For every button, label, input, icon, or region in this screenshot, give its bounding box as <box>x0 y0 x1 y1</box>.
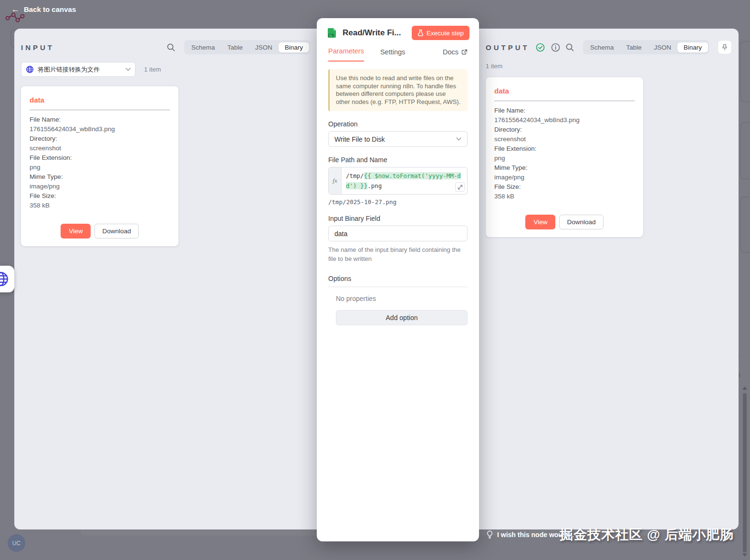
tab-settings[interactable]: Settings <box>380 48 405 62</box>
file-path-expression-field[interactable]: fx /tmp/{{ $now.toFormat('yyyy-MM-dd') }… <box>328 167 468 195</box>
output-panel: OUTPUT Schema Table JSON Binary <box>479 29 739 529</box>
tab-binary[interactable]: Binary <box>279 42 309 52</box>
tab-table[interactable]: Table <box>221 42 249 52</box>
output-panel-title: OUTPUT <box>486 43 530 52</box>
file-path-label: File Path and Name <box>328 156 468 164</box>
tab-table[interactable]: Table <box>620 42 647 52</box>
success-check-icon <box>536 43 545 52</box>
add-option-button[interactable]: Add option <box>336 310 468 325</box>
directory-value: screenshot <box>494 135 635 144</box>
input-node-chip[interactable] <box>0 266 14 292</box>
mime-type-label: Mime Type: <box>494 163 635 173</box>
chevron-down-icon <box>125 68 131 71</box>
file-size-label: File Size: <box>30 191 170 201</box>
pin-data-button[interactable] <box>718 40 732 54</box>
expression-result-preview: /tmp/2025-10-27.png <box>328 198 468 206</box>
ghost-canvas-node <box>740 197 750 253</box>
input-panel: INPUT Schema Table JSON Binary 将图片链接转换为文… <box>14 29 317 529</box>
divider <box>494 101 635 101</box>
ghost-canvas-node <box>740 41 750 102</box>
file-size-label: File Size: <box>494 182 635 192</box>
file-extension-value: png <box>30 163 170 172</box>
mime-type-value: image/png <box>30 182 170 191</box>
tab-schema[interactable]: Schema <box>185 42 221 52</box>
fx-icon: fx <box>329 167 342 194</box>
lightbulb-icon <box>487 530 493 539</box>
output-items-count: 1 item <box>486 62 732 70</box>
operation-select[interactable]: Write File to Disk <box>328 131 468 147</box>
node-notice: Use this node to read and write files on… <box>328 69 468 111</box>
file-size-value: 358 kB <box>494 192 635 201</box>
back-to-canvas-button[interactable]: ← Back to canvas <box>11 5 76 13</box>
ndv-screen: ✓ em UC ← Back to canvas INPUT Schema Ta… <box>0 0 750 560</box>
mime-type-value: image/png <box>494 173 635 182</box>
expression-suffix: .png <box>367 182 382 189</box>
input-panel-title: INPUT <box>21 43 54 52</box>
tab-parameters[interactable]: Parameters <box>328 47 364 62</box>
download-button[interactable]: Download <box>559 215 603 229</box>
node-title: Read/Write Fi... <box>343 28 407 38</box>
docs-label: Docs <box>443 48 458 56</box>
file-name-label: File Name: <box>30 115 170 124</box>
output-binary-card: data File Name: 1761556424034_wb8nd3.png… <box>486 77 643 237</box>
back-to-canvas-label: Back to canvas <box>24 5 76 13</box>
search-icon[interactable] <box>565 43 574 52</box>
pin-icon <box>721 44 728 51</box>
scrollbar-up-arrow[interactable] <box>742 386 747 390</box>
execute-step-label: Execute step <box>427 30 464 37</box>
execute-step-button[interactable]: Execute step <box>412 26 469 40</box>
directory-label: Directory: <box>494 125 635 135</box>
directory-label: Directory: <box>30 134 170 144</box>
node-settings-modal: Read/Write Fi... Execute step Parameters… <box>317 18 479 541</box>
input-binary-field-help: The name of the input binary field conta… <box>328 245 468 263</box>
operation-value: Write File to Disk <box>334 135 385 143</box>
scrollbar-down-arrow[interactable] <box>742 553 747 557</box>
operation-label: Operation <box>328 120 468 128</box>
file-extension-value: png <box>494 154 635 163</box>
tab-json[interactable]: JSON <box>249 42 279 52</box>
watermark-text: 掘金技术社区 @ 后端小肥肠 <box>560 526 734 544</box>
input-binary-card: data File Name: 1761556424034_wb8nd3.png… <box>21 86 178 246</box>
view-button[interactable]: View <box>525 215 555 229</box>
file-name-label: File Name: <box>494 106 635 115</box>
input-view-tabs: Schema Table JSON Binary <box>184 40 310 54</box>
output-view-tabs: Schema Table JSON Binary <box>583 40 709 54</box>
input-binary-field-label: Input Binary Field <box>328 215 468 222</box>
flask-icon <box>417 30 424 36</box>
read-write-file-node-icon <box>326 27 338 39</box>
options-empty-text: No properties <box>336 295 468 302</box>
input-binary-field-input[interactable] <box>328 226 468 241</box>
globe-icon <box>26 65 34 73</box>
avatar: UC <box>8 534 25 552</box>
binary-field-name: data <box>494 87 635 95</box>
view-button[interactable]: View <box>61 224 91 239</box>
file-extension-label: File Extension: <box>30 153 170 163</box>
open-expression-editor-button[interactable] <box>455 182 465 192</box>
input-node-select[interactable]: 将图片链接转换为文件 <box>21 62 135 77</box>
divider <box>30 110 170 110</box>
expand-icon <box>458 185 463 190</box>
tab-json[interactable]: JSON <box>648 42 677 52</box>
mime-type-label: Mime Type: <box>30 172 170 182</box>
tab-binary[interactable]: Binary <box>677 42 708 52</box>
file-name-value: 1761556424034_wb8nd3.png <box>30 124 170 134</box>
download-button[interactable]: Download <box>94 224 138 239</box>
search-icon[interactable] <box>167 43 176 52</box>
tab-docs[interactable]: Docs <box>443 48 468 62</box>
input-node-select-value: 将图片链接转换为文件 <box>38 65 122 74</box>
directory-value: screenshot <box>30 144 170 153</box>
external-link-icon <box>461 49 468 55</box>
binary-field-name: data <box>30 96 170 104</box>
scrollbar-thumb[interactable] <box>743 393 747 552</box>
options-label: Options <box>328 275 468 287</box>
back-arrow-icon: ← <box>11 5 20 13</box>
file-name-value: 1761556424034_wb8nd3.png <box>494 115 635 125</box>
expression-prefix: /tmp/ <box>346 172 364 179</box>
input-items-count: 1 item <box>144 66 161 73</box>
ghost-canvas-node <box>740 122 750 179</box>
chevron-down-icon <box>456 137 461 141</box>
file-extension-label: File Extension: <box>494 144 635 154</box>
file-size-value: 358 kB <box>30 201 170 210</box>
info-icon[interactable] <box>551 43 560 52</box>
tab-schema[interactable]: Schema <box>584 42 620 52</box>
